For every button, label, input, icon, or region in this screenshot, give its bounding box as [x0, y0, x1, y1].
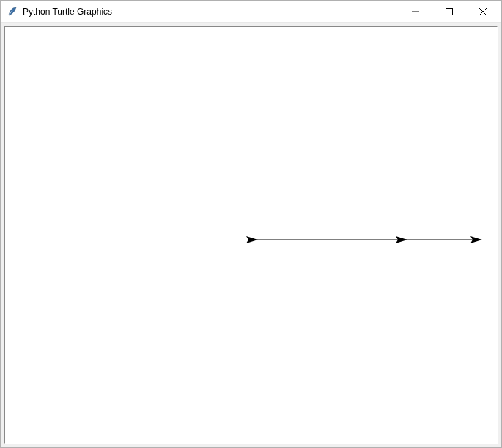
maximize-icon	[446, 8, 453, 15]
maximize-button[interactable]	[432, 1, 466, 22]
minimize-button[interactable]	[399, 1, 432, 22]
close-icon	[479, 8, 487, 15]
feather-icon	[7, 6, 18, 18]
svg-marker-4	[246, 236, 258, 243]
turtle-cursor-icon	[246, 236, 258, 243]
canvas-frame	[1, 23, 501, 447]
window-controls	[399, 1, 500, 22]
window-title: Python Turtle Graphics	[23, 7, 399, 17]
app-window: Python Turtle Graphics	[0, 0, 502, 448]
svg-rect-1	[446, 8, 453, 15]
titlebar: Python Turtle Graphics	[1, 1, 501, 23]
turtle-drawing	[5, 27, 497, 443]
close-button[interactable]	[466, 1, 500, 22]
turtle-canvas	[4, 26, 498, 444]
minimize-icon	[412, 8, 419, 15]
